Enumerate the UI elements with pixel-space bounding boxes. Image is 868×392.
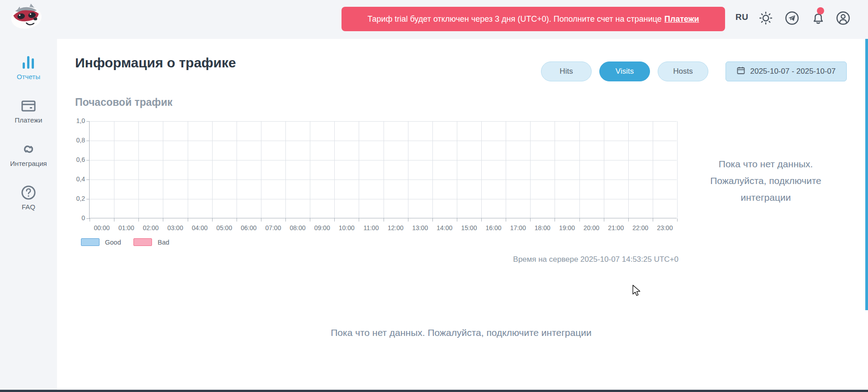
link-icon (20, 140, 37, 158)
y-tick-label: 0,8 (61, 137, 85, 144)
bell-icon (811, 19, 826, 27)
x-tick-label: 16:00 (481, 224, 506, 231)
trial-banner-text: Тариф trial будет отключен через 3 дня (… (367, 14, 661, 24)
notification-dot (817, 7, 824, 14)
y-tick-label: 0,6 (61, 156, 85, 163)
gridline-v (555, 121, 555, 218)
x-axis-tick (481, 218, 482, 222)
x-axis-tick (628, 218, 629, 222)
x-tick-label: 20:00 (579, 224, 604, 231)
telegram-button[interactable] (784, 10, 800, 26)
x-axis-tick (408, 218, 408, 222)
sun-icon (758, 19, 773, 27)
x-axis-tick (138, 218, 139, 222)
logo-raccoon-icon (6, 25, 48, 33)
gridline-v (432, 121, 433, 218)
x-axis-tick (457, 218, 457, 222)
payments-link[interactable]: Платежи (664, 14, 699, 24)
x-tick-label: 00:00 (90, 224, 114, 231)
x-tick-label: 23:00 (653, 224, 677, 231)
window-bottom-edge (0, 390, 868, 392)
legend-item-bad: Bad (133, 238, 169, 246)
y-axis-tick (86, 199, 90, 199)
x-tick-label: 10:00 (334, 224, 359, 231)
gridline-v (384, 121, 384, 218)
telegram-icon (784, 19, 800, 27)
x-tick-label: 22:00 (628, 224, 653, 231)
sidebar-item-integration[interactable]: Интеграция (0, 140, 57, 176)
gridline-v (653, 121, 653, 218)
x-axis-tick (506, 218, 506, 222)
sidebar-item-label: Отчеты (17, 73, 40, 80)
legend-swatch (133, 238, 152, 246)
dashboard-page: Тариф trial будет отключен через 3 дня (… (0, 0, 868, 392)
tab-hosts[interactable]: Hosts (658, 61, 708, 81)
x-tick-label: 17:00 (506, 224, 530, 231)
x-axis-tick (237, 218, 237, 222)
gridline-v (237, 121, 237, 218)
traffic-metric-tabs: HitsVisitsHosts (541, 61, 708, 81)
calendar-icon (736, 66, 745, 77)
x-tick-label: 18:00 (530, 224, 555, 231)
gridline-v (310, 121, 310, 218)
x-axis-tick (530, 218, 531, 222)
x-axis-tick (432, 218, 433, 222)
gridline-v (212, 121, 213, 218)
x-tick-label: 02:00 (138, 224, 163, 231)
gridline-v (261, 121, 261, 218)
date-range-value: 2025-10-07 - 2025-10-07 (750, 67, 835, 76)
vertical-scrollbar-thumb[interactable] (865, 39, 868, 310)
x-axis-tick (359, 218, 359, 222)
sidebar-item-label: Интеграция (10, 160, 47, 167)
legend-swatch (81, 238, 100, 246)
gridline-v (188, 121, 188, 218)
date-range-picker[interactable]: 2025-10-07 - 2025-10-07 (726, 61, 847, 81)
y-axis-tick (86, 141, 90, 141)
gridline-v (457, 121, 457, 218)
gridline-v (628, 121, 629, 218)
language-selector[interactable]: RU (735, 12, 755, 22)
gridline-v (138, 121, 139, 218)
tab-hits[interactable]: Hits (541, 61, 592, 81)
question-circle-icon (20, 184, 37, 202)
x-axis-tick (90, 218, 90, 222)
gridline-v (334, 121, 335, 218)
gridline-v (285, 121, 286, 218)
legend-label: Good (105, 239, 121, 246)
gridline-v (530, 121, 531, 218)
chart-legend: GoodBad (81, 238, 169, 246)
y-axis-tick (86, 160, 90, 161)
x-tick-label: 14:00 (432, 224, 457, 231)
gridline-v (506, 121, 506, 218)
profile-button[interactable] (835, 10, 851, 26)
y-tick-label: 0 (61, 214, 85, 222)
sidebar-item-label: Платежи (15, 116, 43, 124)
x-tick-label: 13:00 (408, 224, 432, 231)
x-tick-label: 03:00 (163, 224, 187, 231)
hourly-traffic-chart: 00:0001:0002:0003:0004:0005:0006:0007:00… (89, 121, 677, 218)
x-axis-tick (334, 218, 335, 222)
sidebar-item-payments[interactable]: Платежи (0, 97, 57, 133)
y-tick-label: 0,2 (61, 195, 85, 202)
gridline-v (408, 121, 408, 218)
sidebar-item-reports[interactable]: Отчеты (0, 53, 57, 90)
x-tick-label: 07:00 (261, 224, 285, 231)
x-axis-tick (555, 218, 555, 222)
gridline-v (114, 121, 114, 218)
y-tick-label: 0,4 (61, 175, 85, 183)
legend-label: Bad (157, 239, 169, 246)
theme-toggle-button[interactable] (758, 10, 773, 26)
sidebar-item-label: FAQ (22, 203, 35, 211)
logo[interactable] (6, 1, 48, 31)
tab-visits[interactable]: Visits (599, 61, 650, 81)
trial-banner: Тариф trial будет отключен через 3 дня (… (342, 7, 725, 31)
y-axis-tick (86, 121, 90, 122)
x-axis-tick (604, 218, 604, 222)
x-axis-tick (384, 218, 384, 222)
x-axis-tick (285, 218, 286, 222)
sidebar-item-faq[interactable]: FAQ (0, 184, 57, 220)
gridline-v (359, 121, 359, 218)
x-tick-label: 12:00 (384, 224, 408, 231)
x-tick-label: 11:00 (359, 224, 383, 231)
mouse-cursor (631, 285, 641, 297)
